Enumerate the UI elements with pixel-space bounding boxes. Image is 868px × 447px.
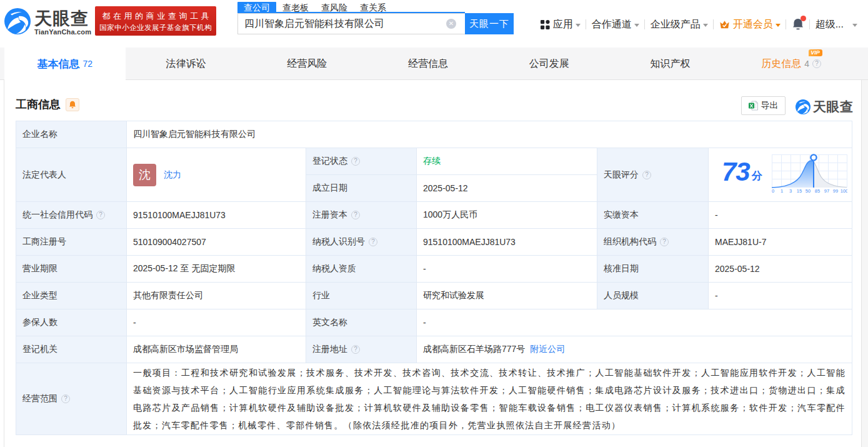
insured-count-value: - bbox=[127, 309, 306, 336]
tab-company-development[interactable]: 公司发展 bbox=[489, 48, 610, 80]
reg-number-value: 510109004027507 bbox=[127, 229, 306, 256]
search-tab-company[interactable]: 查公司 bbox=[237, 2, 276, 13]
tab-basic-info-count: 72 bbox=[83, 59, 93, 69]
table-row: 企业名称 四川智象启元智能科技有限公司 bbox=[16, 121, 852, 148]
menu-apps-label: 应用 bbox=[553, 18, 573, 31]
score-value: 73 bbox=[722, 159, 750, 185]
menu-cooperation[interactable]: 合作通道 bbox=[592, 18, 639, 31]
tab-legal[interactable]: 法律诉讼 bbox=[126, 48, 247, 80]
help-icon[interactable]: ? bbox=[812, 59, 821, 68]
legal-rep-link[interactable]: 沈力 bbox=[164, 169, 181, 181]
score-unit: 分 bbox=[752, 169, 762, 183]
watermark-logo-icon bbox=[796, 99, 811, 114]
help-icon[interactable]: ? bbox=[351, 157, 360, 166]
search-tab-risk[interactable]: 查风险 bbox=[315, 2, 354, 13]
menu-account-label: 超级... bbox=[816, 18, 844, 31]
tab-business-info[interactable]: 经营信息 bbox=[367, 48, 489, 80]
reg-authority-value: 成都高新区市场监督管理局 bbox=[127, 336, 306, 363]
tab-intellectual-property-label: 知识产权 bbox=[650, 58, 690, 71]
score-cell: 73 分 bbox=[709, 148, 852, 202]
english-name-value: - bbox=[417, 309, 852, 336]
help-icon[interactable]: ? bbox=[660, 238, 669, 246]
notifications-bell[interactable] bbox=[792, 18, 804, 31]
establish-date-value: 2025-05-12 bbox=[417, 175, 597, 202]
notification-badge bbox=[801, 16, 806, 21]
apps-grid-icon bbox=[541, 20, 550, 29]
reg-address-label: 注册地址? bbox=[306, 336, 417, 363]
search-tab-boss[interactable]: 查老板 bbox=[276, 2, 315, 13]
content-left-border bbox=[4, 80, 4, 447]
tab-basic-info-label: 基本信息 bbox=[37, 57, 80, 71]
divider bbox=[586, 19, 586, 29]
menu-account[interactable]: 超级... bbox=[816, 18, 857, 31]
business-scope-value: 一般项目：工程和技术研究和试验发展；技术服务、技术开发、技术咨询、技术交流、技术… bbox=[127, 363, 852, 435]
company-name-value: 四川智象启元智能科技有限公司 bbox=[127, 121, 852, 148]
legal-rep-cell: 沈 沈力 bbox=[127, 148, 306, 202]
logo-cn: 天眼查 bbox=[34, 9, 91, 28]
orange-bell-icon bbox=[69, 101, 76, 109]
taxpayer-id-label: 纳税人识别号? bbox=[306, 229, 417, 256]
table-row: 参保人数 - 英文名称 - bbox=[16, 309, 852, 336]
legal-rep-label: 法定代表人 bbox=[16, 148, 127, 202]
export-button[interactable]: 导出 bbox=[741, 96, 786, 115]
svg-text:99: 99 bbox=[833, 188, 838, 193]
score-distribution-chart: 0 1 3 15 50 85 97 99 100 bbox=[772, 153, 847, 193]
org-code-label: 组织机构代码? bbox=[597, 229, 709, 256]
company-type-value: 其他有限责任公司 bbox=[127, 283, 306, 309]
help-icon[interactable]: ? bbox=[351, 211, 360, 219]
search-query-text: 四川智象启元智能科技有限公司 bbox=[244, 18, 446, 31]
org-code-value: MAEJJ81U-7 bbox=[709, 229, 852, 256]
scrollbar-track[interactable] bbox=[861, 80, 868, 447]
chevron-down-icon bbox=[776, 24, 781, 27]
watermark-logo: 天眼查 bbox=[796, 98, 854, 116]
reg-capital-value: 1000万人民币 bbox=[417, 202, 597, 229]
reg-capital-label: 注册资本? bbox=[306, 202, 417, 229]
tab-company-development-label: 公司发展 bbox=[529, 58, 569, 71]
help-icon[interactable]: ? bbox=[369, 238, 377, 246]
credit-code-label: 统一社会信用代码? bbox=[16, 202, 127, 229]
search-input[interactable]: 四川智象启元智能科技有限公司 ✕ bbox=[237, 13, 465, 34]
tab-intellectual-property[interactable]: 知识产权 bbox=[610, 48, 731, 80]
tianyancha-logo[interactable]: 天眼查 TianYanCha.com bbox=[4, 8, 91, 36]
table-row: 法定代表人 沈 沈力 登记状态? 存续 天眼评分? 73 分 bbox=[16, 148, 852, 175]
menu-enterprise[interactable]: 企业级产品 bbox=[651, 18, 708, 31]
tianyancha-logo-icon bbox=[4, 8, 31, 34]
credit-code-value: 91510100MAEJJ81U73 bbox=[127, 202, 306, 229]
taxpayer-quality-label: 纳税人资质 bbox=[306, 256, 417, 283]
divider bbox=[786, 19, 786, 29]
table-row: 营业期限 2025-05-12 至 无固定期限 纳税人资质 - 核准日期 202… bbox=[16, 256, 852, 283]
staff-size-label: 人员规模 bbox=[597, 283, 709, 309]
monitor-bell-button[interactable] bbox=[66, 98, 79, 111]
svg-text:50: 50 bbox=[806, 188, 811, 193]
help-icon[interactable]: ? bbox=[351, 345, 360, 354]
tab-operation-risk[interactable]: 经营风险 bbox=[246, 48, 367, 80]
company-name-label: 企业名称 bbox=[16, 121, 127, 148]
paid-capital-label: 实缴资本 bbox=[597, 202, 709, 229]
help-icon[interactable]: ? bbox=[642, 171, 651, 179]
nearby-companies-link[interactable]: 附近公司 bbox=[530, 344, 565, 354]
tab-history-info[interactable]: 历史信息 4 ? VIP bbox=[731, 48, 852, 80]
top-header: 天眼查 TianYanCha.com 都在用的商业查询工具 国家中小企业发展子基… bbox=[0, 0, 868, 48]
business-term-value: 2025-05-12 至 无固定期限 bbox=[127, 256, 306, 283]
industry-label: 行业 bbox=[306, 283, 417, 309]
company-nav-bar: 基本信息 72 法律诉讼 经营风险 经营信息 公司发展 知识产权 历史信息 4 … bbox=[0, 48, 868, 80]
menu-vip[interactable]: 开通会员 bbox=[719, 18, 781, 31]
tab-history-info-label: 历史信息 bbox=[761, 58, 801, 71]
search-tab-relation[interactable]: 查关系 bbox=[354, 2, 392, 13]
approval-date-label: 核准日期 bbox=[597, 256, 709, 283]
search-button[interactable]: 天眼一下 bbox=[465, 13, 514, 34]
business-scope-label: 经营范围? bbox=[16, 363, 127, 435]
promo-line2: 国家中小企业发展子基金旗下机构 bbox=[99, 22, 212, 33]
menu-apps[interactable]: 应用 bbox=[541, 18, 581, 31]
promo-banner: 都在用的商业查询工具 国家中小企业发展子基金旗下机构 bbox=[95, 6, 216, 36]
reg-status-value: 存续 bbox=[417, 148, 597, 175]
legal-rep-avatar[interactable]: 沈 bbox=[133, 164, 156, 186]
help-icon[interactable]: ? bbox=[96, 211, 105, 219]
divider bbox=[644, 19, 645, 29]
help-icon[interactable]: ? bbox=[61, 394, 70, 403]
tab-basic-info[interactable]: 基本信息 72 bbox=[4, 48, 126, 80]
vip-badge: VIP bbox=[809, 49, 822, 56]
logo-en: TianYanCha.com bbox=[34, 28, 91, 36]
chevron-down-icon bbox=[576, 24, 581, 27]
clear-search-icon[interactable]: ✕ bbox=[446, 19, 456, 29]
